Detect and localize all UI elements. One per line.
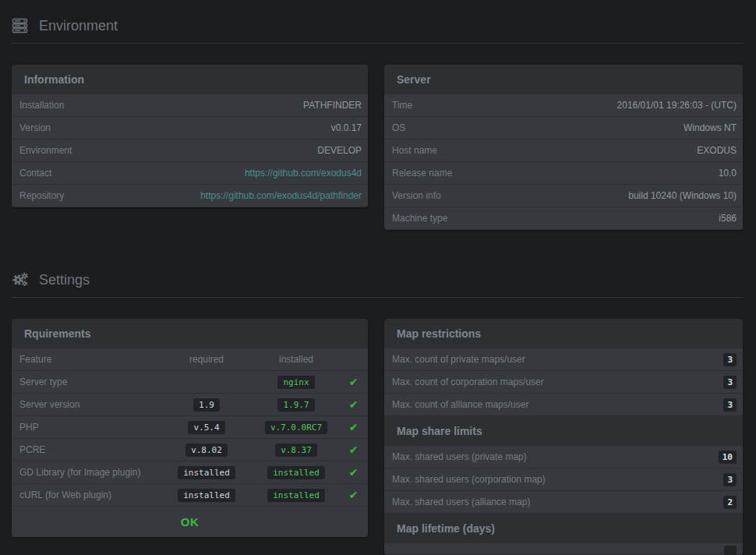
req-row-gd-library: GD Library (for Image plugin) installed … (12, 461, 368, 483)
value-badge: 3 (723, 473, 737, 486)
settings-title: Settings (39, 270, 90, 289)
row-label: Max. count of private maps/user (392, 354, 525, 365)
installed-badge: installed (267, 489, 325, 502)
installed-cell: nginx (253, 376, 339, 389)
server-row-os: OS Windows NT (384, 117, 743, 139)
row-value: v0.0.17 (331, 122, 362, 133)
req-row-php: PHP v.5.4 v.7.0.0RC7 ✔ (12, 416, 368, 438)
check-cell: ✔ (339, 399, 368, 410)
req-row-server-type: Server type nginx ✔ (12, 371, 368, 393)
required-badge: v.5.4 (188, 421, 224, 434)
map-row-corporation-maps: Max. count of corporation maps/user 3 (384, 371, 743, 393)
feature-label: Server version (19, 399, 160, 410)
map-row-alliance-maps: Max. count of alliance maps/user 3 (384, 394, 743, 415)
map-share-limits-title: Map share limits (384, 416, 743, 446)
value-badge: 2 (723, 496, 737, 509)
req-row-pcre: PCRE v.8.02 v.8.37 ✔ (12, 439, 368, 461)
info-row-contact: Contact https://github.com/exodus4d (12, 162, 368, 184)
row-label: Host name (392, 145, 437, 156)
installed-cell: 1.9.7 (253, 398, 339, 412)
feature-label: PHP (19, 422, 160, 433)
requirements-header-row: Feature required installed (12, 348, 368, 370)
row-value: build 10240 (Windows 10) (628, 190, 737, 201)
column-required: required (160, 354, 253, 365)
map-row-shared-corporation: Max. shared users (corporation map) 3 (384, 468, 743, 490)
row-label: Max. count of alliance maps/user (392, 399, 528, 410)
info-row-repository: Repository https://github.com/exodus4d/p… (12, 185, 368, 207)
installed-badge: installed (267, 466, 325, 479)
settings-section: Settings Rquirements Feature required in… (12, 230, 743, 555)
server-row-release: Release name 10.0 (384, 162, 743, 184)
row-label: Machine type (392, 213, 447, 224)
info-row-version: Version v0.0.17 (12, 117, 368, 139)
row-value: i586 (719, 213, 737, 224)
row-label: Contact (19, 168, 51, 179)
server-row-hostname: Host name EXODUS (384, 140, 743, 161)
feature-label: GD Library (for Image plugin) (19, 467, 160, 478)
row-label: Time (392, 100, 412, 111)
check-icon: ✔ (349, 490, 359, 500)
map-row-shared-alliance: Max. shared users (alliance map) 2 (384, 491, 743, 513)
server-panel-title: Server (384, 65, 743, 94)
row-value: 10.0 (719, 168, 737, 179)
server-row-versioninfo: Version info build 10240 (Windows 10) (384, 185, 743, 207)
installed-cell: installed (253, 466, 339, 479)
environment-section-header: Environment (12, 16, 743, 44)
row-label: Environment (19, 145, 72, 156)
value-badge: 3 (723, 376, 737, 389)
requirements-panel-title: Rquirements (12, 319, 368, 348)
required-badge: v.8.02 (185, 444, 228, 457)
installed-badge: v.7.0.0RC7 (265, 421, 327, 434)
row-label: Max. shared users (private map) (392, 451, 527, 462)
row-label: OS (392, 122, 405, 133)
installed-badge: v.8.37 (275, 444, 317, 457)
row-label: Version info (392, 190, 441, 201)
required-badge: installed (178, 466, 235, 479)
row-value: EXODUS (697, 145, 737, 156)
installed-cell: v.8.37 (253, 444, 339, 457)
information-panel-title: Information (12, 65, 368, 94)
row-label: Repository (19, 190, 64, 201)
check-cell: ✔ (339, 467, 368, 478)
map-settings-panel: Map restrictions Max. count of private m… (384, 319, 743, 555)
contact-link[interactable]: https://github.com/exodus4d (245, 168, 362, 179)
row-label: Version (19, 122, 51, 133)
map-lifetime-title: Map lifetime (days) (384, 514, 743, 543)
required-badge: 1.9 (193, 398, 220, 412)
row-value: 2016/01/01 19:26:03 - (UTC) (617, 100, 737, 111)
row-label: Max. shared users (alliance map) (392, 497, 530, 507)
check-cell: ✔ (339, 376, 368, 387)
environment-section: Environment Information Installation PAT… (12, 0, 743, 230)
requirements-status-footer: OK (12, 507, 368, 537)
value-badge: 3 (723, 398, 737, 412)
gears-icon (12, 271, 29, 288)
required-cell: installed (160, 489, 253, 502)
value-badge: 10 (719, 451, 737, 464)
required-badge: installed (178, 489, 235, 502)
feature-label: PCRE (19, 444, 160, 455)
required-cell: v.8.02 (160, 444, 253, 457)
check-cell: ✔ (339, 422, 368, 433)
feature-label: Server type (19, 376, 160, 387)
table-row-partial (384, 543, 743, 554)
row-value: DEVELOP (317, 145, 362, 156)
info-row-environment: Environment DEVELOP (12, 140, 368, 161)
check-cell: ✔ (339, 444, 368, 455)
check-icon: ✔ (349, 422, 359, 433)
repository-link[interactable]: https://github.com/exodus4d/pathfinder (200, 190, 362, 201)
row-label: Release name (392, 168, 452, 179)
feature-label: cURL (for Web plugin) (19, 490, 160, 500)
column-feature: Feature (19, 354, 160, 365)
environment-title: Environment (39, 16, 118, 35)
row-label: Max. count of corporation maps/user (392, 376, 544, 387)
check-icon: ✔ (349, 399, 359, 410)
value-badge: 3 (723, 353, 737, 366)
status-ok-text: OK (181, 515, 200, 528)
check-cell: ✔ (339, 490, 368, 500)
server-row-machinetype: Machine type i586 (384, 207, 743, 229)
req-row-curl: cURL (for Web plugin) installed installe… (12, 484, 368, 506)
row-value: PATHFINDER (303, 100, 362, 111)
map-row-shared-private: Max. shared users (private map) 10 (384, 446, 743, 468)
info-row-installation: Installation PATHFINDER (12, 94, 368, 116)
server-panel: Server Time 2016/01/01 19:26:03 - (UTC) … (384, 65, 743, 230)
